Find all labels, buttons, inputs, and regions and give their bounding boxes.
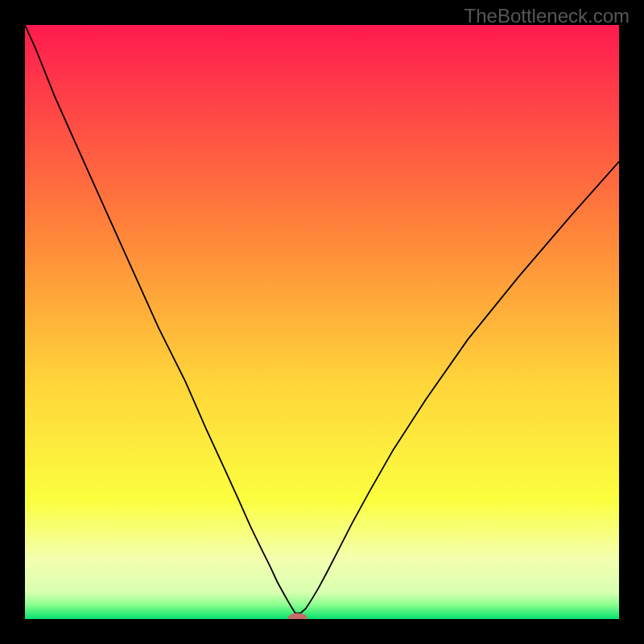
chart-frame: TheBottleneck.com	[0, 0, 644, 644]
watermark-text: TheBottleneck.com	[464, 5, 630, 27]
bottleneck-chart	[25, 25, 619, 619]
gradient-background	[25, 25, 619, 619]
